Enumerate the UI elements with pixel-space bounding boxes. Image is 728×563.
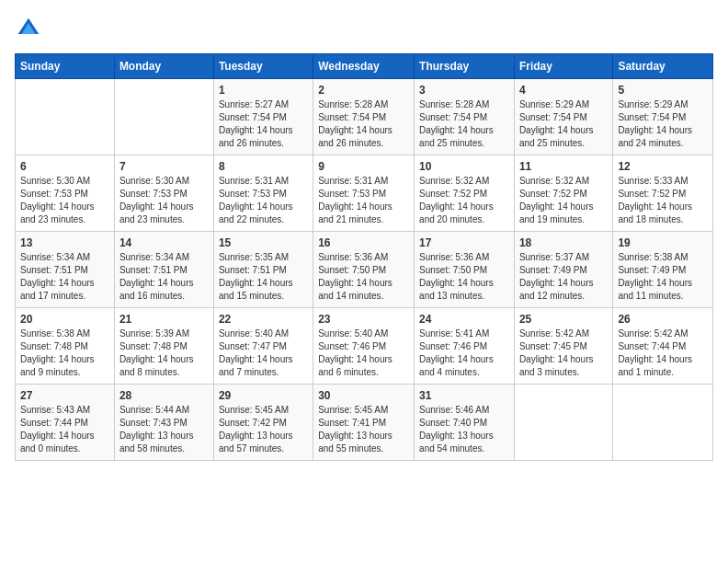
header-day: Saturday [613,54,713,79]
page-header [15,15,713,42]
logo-icon [15,15,42,42]
day-number: 9 [318,160,409,173]
day-detail: Sunrise: 5:32 AM Sunset: 7:52 PM Dayligh… [419,175,509,226]
day-number: 20 [20,313,109,326]
logo [15,15,46,42]
calendar-cell: 25Sunrise: 5:42 AM Sunset: 7:45 PM Dayli… [514,308,612,385]
day-detail: Sunrise: 5:42 AM Sunset: 7:44 PM Dayligh… [618,327,708,379]
calendar-cell: 19Sunrise: 5:38 AM Sunset: 7:49 PM Dayli… [613,232,713,308]
day-detail: Sunrise: 5:30 AM Sunset: 7:53 PM Dayligh… [119,175,209,226]
calendar-cell: 31Sunrise: 5:46 AM Sunset: 7:40 PM Dayli… [415,385,515,461]
calendar-cell: 16Sunrise: 5:36 AM Sunset: 7:50 PM Dayli… [313,232,415,308]
day-number: 27 [20,389,109,402]
calendar-cell: 28Sunrise: 5:44 AM Sunset: 7:43 PM Dayli… [114,385,213,461]
calendar-cell: 11Sunrise: 5:32 AM Sunset: 7:52 PM Dayli… [514,155,612,232]
calendar-cell: 17Sunrise: 5:36 AM Sunset: 7:50 PM Dayli… [415,232,515,308]
calendar-cell: 14Sunrise: 5:34 AM Sunset: 7:51 PM Dayli… [114,232,213,308]
day-detail: Sunrise: 5:45 AM Sunset: 7:42 PM Dayligh… [219,404,308,455]
calendar-table: SundayMondayTuesdayWednesdayThursdayFrid… [15,53,713,461]
header-day: Tuesday [213,54,313,79]
day-detail: Sunrise: 5:34 AM Sunset: 7:51 PM Dayligh… [20,251,109,303]
day-number: 25 [519,313,608,326]
header-day: Thursday [415,54,515,79]
calendar-cell: 24Sunrise: 5:41 AM Sunset: 7:46 PM Dayli… [415,308,515,385]
calendar-week-row: 6Sunrise: 5:30 AM Sunset: 7:53 PM Daylig… [16,155,713,232]
header-day: Sunday [16,54,115,79]
calendar-cell: 21Sunrise: 5:39 AM Sunset: 7:48 PM Dayli… [114,308,213,385]
calendar-week-row: 20Sunrise: 5:38 AM Sunset: 7:48 PM Dayli… [16,308,713,385]
calendar-cell: 12Sunrise: 5:33 AM Sunset: 7:52 PM Dayli… [613,155,713,232]
day-number: 13 [20,236,109,249]
day-number: 21 [119,313,209,326]
day-number: 17 [419,236,509,249]
calendar-cell [114,79,213,155]
day-number: 15 [219,236,308,249]
calendar-cell: 4Sunrise: 5:29 AM Sunset: 7:54 PM Daylig… [514,79,612,155]
calendar-cell: 1Sunrise: 5:27 AM Sunset: 7:54 PM Daylig… [213,79,313,155]
calendar-week-row: 13Sunrise: 5:34 AM Sunset: 7:51 PM Dayli… [16,232,713,308]
day-detail: Sunrise: 5:29 AM Sunset: 7:54 PM Dayligh… [519,98,608,150]
calendar-cell: 8Sunrise: 5:31 AM Sunset: 7:53 PM Daylig… [213,155,313,232]
calendar-cell: 5Sunrise: 5:29 AM Sunset: 7:54 PM Daylig… [613,79,713,155]
day-detail: Sunrise: 5:29 AM Sunset: 7:54 PM Dayligh… [618,98,708,150]
day-detail: Sunrise: 5:40 AM Sunset: 7:47 PM Dayligh… [219,327,308,379]
calendar-cell: 30Sunrise: 5:45 AM Sunset: 7:41 PM Dayli… [313,385,415,461]
day-detail: Sunrise: 5:40 AM Sunset: 7:46 PM Dayligh… [318,327,409,379]
day-number: 19 [618,236,708,249]
day-detail: Sunrise: 5:35 AM Sunset: 7:51 PM Dayligh… [219,251,308,303]
day-number: 16 [318,236,409,249]
day-number: 12 [618,160,708,173]
calendar-week-row: 1Sunrise: 5:27 AM Sunset: 7:54 PM Daylig… [16,79,713,155]
day-detail: Sunrise: 5:34 AM Sunset: 7:51 PM Dayligh… [119,251,209,303]
day-number: 5 [618,84,708,97]
calendar-cell: 2Sunrise: 5:28 AM Sunset: 7:54 PM Daylig… [313,79,415,155]
calendar-cell: 9Sunrise: 5:31 AM Sunset: 7:53 PM Daylig… [313,155,415,232]
header-day: Monday [114,54,213,79]
calendar-cell: 13Sunrise: 5:34 AM Sunset: 7:51 PM Dayli… [16,232,115,308]
calendar-cell: 27Sunrise: 5:43 AM Sunset: 7:44 PM Dayli… [16,385,115,461]
day-number: 24 [419,313,509,326]
day-detail: Sunrise: 5:36 AM Sunset: 7:50 PM Dayligh… [318,251,409,303]
header-day: Wednesday [313,54,415,79]
day-number: 1 [219,84,308,97]
day-detail: Sunrise: 5:32 AM Sunset: 7:52 PM Dayligh… [519,175,608,226]
day-detail: Sunrise: 5:37 AM Sunset: 7:49 PM Dayligh… [519,251,608,303]
day-detail: Sunrise: 5:39 AM Sunset: 7:48 PM Dayligh… [119,327,209,379]
day-number: 14 [119,236,209,249]
day-detail: Sunrise: 5:46 AM Sunset: 7:40 PM Dayligh… [419,404,509,455]
calendar-header: SundayMondayTuesdayWednesdayThursdayFrid… [16,54,713,79]
day-number: 28 [119,389,209,402]
day-number: 7 [119,160,209,173]
header-day: Friday [514,54,612,79]
day-number: 31 [419,389,509,402]
day-detail: Sunrise: 5:44 AM Sunset: 7:43 PM Dayligh… [119,404,209,455]
day-detail: Sunrise: 5:42 AM Sunset: 7:45 PM Dayligh… [519,327,608,379]
day-detail: Sunrise: 5:45 AM Sunset: 7:41 PM Dayligh… [318,404,409,455]
day-number: 4 [519,84,608,97]
day-detail: Sunrise: 5:27 AM Sunset: 7:54 PM Dayligh… [219,98,308,150]
day-number: 23 [318,313,409,326]
calendar-body: 1Sunrise: 5:27 AM Sunset: 7:54 PM Daylig… [16,79,713,461]
calendar-cell [613,385,713,461]
day-detail: Sunrise: 5:43 AM Sunset: 7:44 PM Dayligh… [20,404,109,455]
day-detail: Sunrise: 5:41 AM Sunset: 7:46 PM Dayligh… [419,327,509,379]
day-number: 22 [219,313,308,326]
calendar-cell: 3Sunrise: 5:28 AM Sunset: 7:54 PM Daylig… [415,79,515,155]
day-detail: Sunrise: 5:28 AM Sunset: 7:54 PM Dayligh… [419,98,509,150]
day-number: 11 [519,160,608,173]
calendar-cell: 20Sunrise: 5:38 AM Sunset: 7:48 PM Dayli… [16,308,115,385]
calendar-cell: 7Sunrise: 5:30 AM Sunset: 7:53 PM Daylig… [114,155,213,232]
calendar-cell [514,385,612,461]
header-row: SundayMondayTuesdayWednesdayThursdayFrid… [16,54,713,79]
calendar-cell: 22Sunrise: 5:40 AM Sunset: 7:47 PM Dayli… [213,308,313,385]
day-number: 10 [419,160,509,173]
calendar-cell: 10Sunrise: 5:32 AM Sunset: 7:52 PM Dayli… [415,155,515,232]
day-number: 29 [219,389,308,402]
calendar-cell: 29Sunrise: 5:45 AM Sunset: 7:42 PM Dayli… [213,385,313,461]
calendar-cell: 23Sunrise: 5:40 AM Sunset: 7:46 PM Dayli… [313,308,415,385]
day-detail: Sunrise: 5:33 AM Sunset: 7:52 PM Dayligh… [618,175,708,226]
calendar-cell: 18Sunrise: 5:37 AM Sunset: 7:49 PM Dayli… [514,232,612,308]
calendar-cell: 15Sunrise: 5:35 AM Sunset: 7:51 PM Dayli… [213,232,313,308]
day-detail: Sunrise: 5:31 AM Sunset: 7:53 PM Dayligh… [219,175,308,226]
day-number: 6 [20,160,109,173]
